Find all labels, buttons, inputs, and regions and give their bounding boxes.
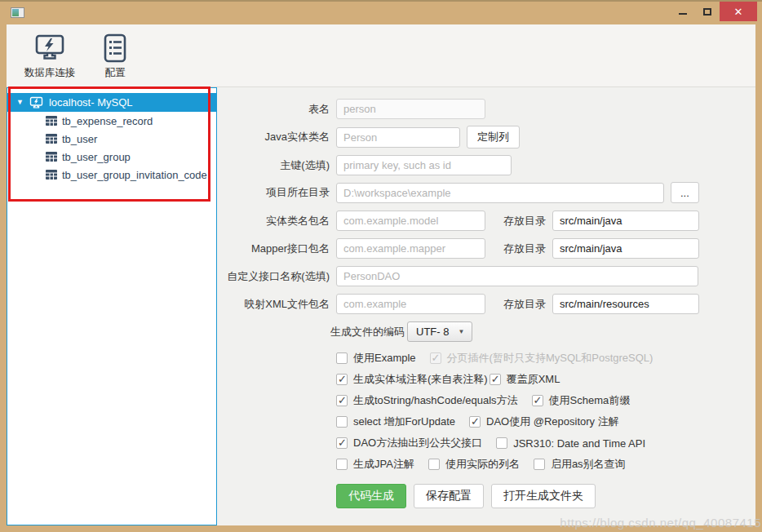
toolbar-item-label: 数据库连接 [24, 66, 76, 80]
minimize-icon [679, 13, 687, 15]
toolbar-item-label: 配置 [105, 66, 126, 80]
option-tostring-hashcode-equals[interactable]: 生成toString/hashCode/equals方法 [336, 393, 518, 408]
checkbox-icon [336, 352, 348, 364]
options-section: 使用Example 分页插件(暂时只支持MySQL和PostgreSQL) 生成… [336, 352, 755, 471]
option-jsr310[interactable]: JSR310: Date and Time API [496, 437, 645, 450]
model-package-label: 实体类名包名 [217, 214, 330, 228]
checkbox-icon [336, 459, 348, 470]
option-schema-prefix[interactable]: 使用Schema前缀 [532, 393, 631, 408]
action-buttons: 代码生成 保存配置 打开生成文件夹 [336, 484, 755, 508]
options-row: 生成toString/hashCode/equals方法 使用Schema前缀 [336, 394, 755, 407]
tree-item-table[interactable]: tb_expense_record [7, 112, 216, 130]
option-use-example[interactable]: 使用Example [336, 351, 416, 366]
table-icon [46, 116, 57, 126]
form-row-project-dir: 项目所在目录 ... [217, 182, 755, 203]
toolbar: 数据库连接 配置 [7, 24, 755, 87]
xml-dir-input[interactable] [552, 294, 699, 314]
table-icon [46, 170, 57, 180]
table-name-input[interactable] [336, 99, 485, 119]
open-output-folder-button[interactable]: 打开生成文件夹 [491, 484, 596, 508]
form-row-mapper-package: Mapper接口包名 存放目录 [217, 238, 755, 259]
form-row-model-package: 实体类名包名 存放目录 [217, 211, 755, 231]
tree-item-table[interactable]: tb_user [7, 130, 216, 148]
app-window: { "window": { "controls": { "minimize": … [0, 0, 762, 532]
close-button[interactable]: ✕ [720, 2, 757, 21]
database-connection-icon [34, 31, 65, 65]
minimize-button[interactable] [671, 2, 695, 21]
checkbox-icon [430, 352, 441, 364]
option-dao-repository-annotation[interactable]: DAO使用 @Repository 注解 [469, 415, 619, 429]
encoding-select[interactable]: UTF- 8 ▼ [407, 321, 472, 342]
titlebar: ✕ [0, 2, 762, 23]
option-select-forupdate[interactable]: select 增加ForUpdate [336, 415, 455, 429]
table-icon [46, 134, 57, 144]
mapper-dir-input[interactable] [552, 238, 699, 259]
dao-name-label: 自定义接口名称(选填) [217, 269, 330, 284]
xml-dir-label: 存放目录 [503, 297, 546, 312]
option-dao-common-parent[interactable]: DAO方法抽出到公共父接口 [336, 436, 482, 450]
toolbar-item-db-connection[interactable]: 数据库连接 [21, 31, 78, 80]
tree-item-label: tb_expense_record [62, 115, 153, 127]
window-controls: ✕ [671, 2, 762, 21]
tree-item-table[interactable]: tb_user_group_invitation_code [7, 166, 216, 184]
entity-class-label: Java实体类名 [217, 130, 330, 144]
option-pagination-plugin: 分页插件(暂时只支持MySQL和PostgreSQL) [430, 351, 653, 366]
browse-button[interactable]: ... [671, 182, 699, 203]
encoding-value: UTF- 8 [416, 326, 449, 338]
xml-package-label: 映射XML文件包名 [217, 297, 330, 312]
chevron-down-icon: ▼ [458, 328, 464, 335]
project-dir-label: 项目所在目录 [217, 185, 330, 200]
checkbox-icon [428, 459, 440, 470]
option-jpa-annotation[interactable]: 生成JPA注解 [336, 457, 414, 472]
options-row: select 增加ForUpdate DAO使用 @Repository 注解 [336, 415, 755, 428]
option-as-alias-query[interactable]: 启用as别名查询 [534, 457, 626, 472]
form-row-encoding: 生成文件的编码 UTF- 8 ▼ [330, 321, 755, 342]
xml-package-input[interactable] [336, 294, 485, 314]
main-area: ▼ localhost- MySQL [7, 87, 755, 525]
primary-key-input[interactable] [336, 155, 512, 175]
options-row: 使用Example 分页插件(暂时只支持MySQL和PostgreSQL) [336, 352, 755, 365]
checkbox-icon [496, 437, 507, 449]
mysql-connection-icon [29, 96, 43, 109]
maximize-icon [703, 8, 711, 16]
options-row: 生成实体域注释(来自表注释) 覆盖原XML [336, 373, 755, 386]
checkbox-icon [534, 459, 545, 470]
save-config-button[interactable]: 保存配置 [414, 484, 484, 508]
option-overwrite-xml[interactable]: 覆盖原XML [490, 372, 560, 387]
table-name-label: 表名 [217, 102, 330, 117]
app-icon [11, 7, 24, 18]
primary-key-label: 主键(选填) [217, 158, 330, 173]
checkbox-icon [336, 416, 348, 428]
tree-item-label: tb_user_group_invitation_code [62, 169, 207, 181]
toolbar-item-config[interactable]: 配置 [86, 31, 144, 80]
mapper-package-label: Mapper接口包名 [217, 242, 330, 256]
model-dir-input[interactable] [552, 211, 699, 231]
tree-root-localhost-mysql[interactable]: ▼ localhost- MySQL [7, 93, 216, 112]
window-body: 数据库连接 配置 ▼ [7, 24, 755, 525]
form-row-table-name: 表名 [217, 99, 755, 119]
expand-caret-icon[interactable]: ▼ [16, 99, 24, 106]
tree-item-table[interactable]: tb_user_group [7, 148, 216, 166]
table-icon [46, 152, 57, 162]
form-row-entity-class: Java实体类名 定制列 [217, 126, 755, 149]
generate-code-button[interactable]: 代码生成 [336, 484, 406, 508]
project-dir-input[interactable] [336, 183, 664, 203]
form-row-primary-key: 主键(选填) [217, 155, 755, 175]
mapper-package-input[interactable] [336, 238, 485, 259]
option-entity-comments[interactable]: 生成实体域注释(来自表注释) [336, 372, 488, 387]
customize-columns-button[interactable]: 定制列 [467, 126, 520, 149]
entity-class-input[interactable] [336, 127, 460, 148]
connection-tree: ▼ localhost- MySQL [7, 87, 217, 525]
generator-form: 表名 Java实体类名 定制列 主键(选填) 项目所在目录 ... 实体类名包名 [217, 87, 755, 525]
dao-name-input[interactable] [336, 266, 698, 286]
checkbox-icon [336, 437, 348, 449]
form-row-xml-package: 映射XML文件包名 存放目录 [217, 294, 755, 314]
maximize-button[interactable] [695, 2, 720, 21]
model-package-input[interactable] [336, 211, 485, 231]
option-actual-column-names[interactable]: 使用实际的列名 [428, 457, 520, 472]
tree-item-label: tb_user_group [62, 151, 131, 163]
checkbox-icon [490, 374, 501, 385]
options-row: DAO方法抽出到公共父接口 JSR310: Date and Time API [336, 437, 755, 450]
options-row: 生成JPA注解 使用实际的列名 启用as别名查询 [336, 458, 755, 471]
tree-item-label: tb_user [62, 133, 97, 145]
